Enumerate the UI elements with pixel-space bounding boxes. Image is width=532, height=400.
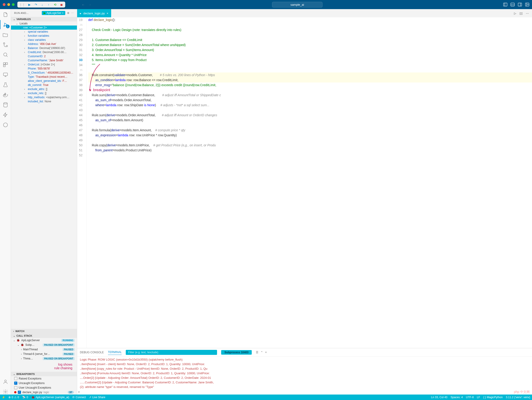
split-icon[interactable]: ▯▯ (519, 12, 523, 15)
var-allowclient[interactable]: allow_client_generated_ids: F… (11, 79, 77, 83)
var-special[interactable]: ›special variables (11, 30, 77, 34)
drag-handle-icon[interactable]: ⋮⋮ (19, 3, 25, 6)
stop-icon[interactable]: ◼ (59, 2, 63, 7)
var-row-selected[interactable]: ⌄ row: <Customer 2> (11, 25, 77, 30)
errors-warnings[interactable]: ⊗ 0 ⚠ 0 (8, 396, 19, 399)
var-customername[interactable]: CustomerName: 'Jane Smith' (11, 58, 77, 62)
breakpoints-header[interactable]: ⌄ BREAKPOINTS (11, 372, 77, 376)
continue-icon[interactable]: ▶ (27, 2, 32, 7)
code-editor[interactable]: 19 26 27 28 29 30 31 32 33 34 35 36 37 3… (77, 17, 532, 348)
process-badge[interactable]: Subprocess 10403 (221, 350, 252, 355)
minimize-window[interactable] (7, 3, 10, 6)
cs-subprocess[interactable]: ⌄ 🐞 Subp… PAUSED ON BREAKPOINT (11, 343, 77, 347)
connect-button[interactable]: ⟳ Connect (72, 396, 86, 399)
command-center[interactable]: sample_ai (272, 2, 323, 7)
close-icon[interactable]: × (265, 351, 267, 354)
maximize-window[interactable] (12, 3, 15, 6)
filter-input[interactable] (126, 350, 217, 355)
cs-thread[interactable]: ›Thread-6 (serve_for…PAUSED (11, 352, 77, 356)
tab-debug-console[interactable]: DEBUG CONSOLE (80, 350, 104, 355)
var-orderlist[interactable]: ›OrderList: [<Order 2>] (11, 62, 77, 67)
folders-icon[interactable] (3, 32, 8, 37)
cursor-position[interactable]: Ln 33, Col 43 (431, 396, 447, 399)
run-config-selector[interactable]: ▶ ApiLogicSer ▾ (42, 11, 65, 15)
ports[interactable]: 📡 0 (22, 396, 28, 399)
debug-target[interactable]: 🐞 ApiLogicServer (sample_ai) (31, 396, 69, 399)
var-includedlist[interactable]: included_list: None (11, 99, 77, 104)
thunder-icon[interactable] (3, 112, 8, 118)
customize-layout-icon[interactable] (525, 2, 529, 7)
checkbox-checked[interactable] (18, 391, 21, 394)
var-checksum[interactable]: S_CheckSum: '-491809811635040… (11, 71, 77, 75)
step-out-icon[interactable]: ↑ (47, 2, 51, 7)
var-class[interactable]: ›class variables (11, 38, 77, 42)
step-into-icon[interactable]: ↓ (40, 2, 44, 7)
panel-left-icon[interactable] (503, 2, 507, 7)
terminal-output[interactable]: Logic Phase: ROW LOGIC (session=0x10d1b3… (77, 357, 532, 389)
var-type[interactable]: Type: 'Traceback (most recent… (11, 75, 77, 79)
restart-icon[interactable]: ⟲ (53, 2, 57, 7)
liveshare-button[interactable]: ↗ Live Share (89, 396, 105, 399)
chevron-up-icon[interactable]: ⌃ (261, 351, 263, 354)
nav-forward-icon[interactable]: → (88, 3, 91, 6)
more-icon[interactable]: ⋯ (71, 12, 74, 15)
close-icon[interactable]: × (107, 12, 108, 15)
eol[interactable]: LF (477, 396, 480, 399)
panel-right-icon[interactable] (518, 2, 522, 7)
callstack-header[interactable]: ⌄ CALL STACK (11, 333, 77, 338)
bp-uncaught[interactable]: Uncaught Exceptions (11, 381, 77, 385)
cs-thread[interactable]: ›MainThreadPAUSED (11, 347, 77, 352)
remote-indicator[interactable]: ⚡ (2, 396, 5, 399)
var-exclrels[interactable]: ›exclude_rels: [] (11, 91, 77, 95)
bp-file[interactable]: declare_logic.py logic 37 (11, 390, 77, 394)
bp-user-uncaught[interactable]: User Uncaught Exceptions (11, 385, 77, 390)
var-balance[interactable]: ›Balance: Decimal('199900.00') (11, 46, 77, 50)
remote-icon[interactable] (3, 72, 8, 78)
debug-icon[interactable]: 1 (3, 22, 8, 27)
gear-icon[interactable]: ⚙ (67, 12, 69, 15)
account-icon[interactable] (3, 379, 8, 384)
run-icon[interactable]: ▷ (514, 12, 516, 15)
tab-terminal[interactable]: TERMINAL (108, 350, 122, 355)
var-dbcommit[interactable]: db_commit: True (11, 83, 77, 87)
close-window[interactable] (3, 3, 6, 6)
database-icon[interactable] (3, 102, 8, 108)
docker-icon[interactable] (3, 92, 8, 98)
var-address[interactable]: Address: '456 Oak Ave' (11, 42, 77, 46)
terminal-prompt[interactable]: > (77, 389, 532, 394)
svg-point-23 (5, 391, 6, 393)
more-icon[interactable]: ⋯ (526, 12, 529, 15)
bp-raised[interactable]: Raised Exceptions (11, 376, 77, 381)
var-creditlimit[interactable]: ›CreditLimit: Decimal('2000.00… (11, 50, 77, 54)
list-icon[interactable]: ☰ (256, 351, 258, 354)
encoding[interactable]: UTF-8 (466, 396, 474, 399)
checkbox[interactable] (14, 386, 17, 389)
var-customerid[interactable]: CustomerID: 2 (11, 54, 77, 58)
panel-bottom-icon[interactable] (511, 2, 515, 7)
checkbox-checked[interactable] (14, 382, 17, 385)
indentation[interactable]: Spaces: 4 (450, 396, 463, 399)
var-httpmethods[interactable]: ›http_methods: <sqlalchemy.orm… (11, 95, 77, 99)
source-control-icon[interactable] (3, 42, 8, 47)
var-function[interactable]: ›function variables (11, 34, 77, 38)
svg-rect-19 (5, 93, 6, 94)
python-interpreter[interactable]: 3.11.2 ('venv': venv) (506, 396, 530, 399)
explorer-icon[interactable] (3, 12, 8, 17)
testing-icon[interactable] (3, 82, 8, 87)
step-over-icon[interactable]: ↷ (34, 2, 38, 7)
cs-process[interactable]: ⌄ 🐞 ApiLogicServer RUNNING (11, 338, 77, 343)
settings-gear-icon[interactable] (3, 389, 8, 394)
watch-header[interactable]: › WATCH (11, 329, 77, 333)
checkbox[interactable] (14, 377, 17, 380)
cs-thread[interactable]: ›Threa…PAUSED ON BREAKPOINT (11, 356, 77, 361)
var-phone[interactable]: Phone: '555-5678' (11, 67, 77, 71)
locals-group[interactable]: ⌄ Locals (11, 21, 77, 25)
tab-active[interactable]: ▸ declare_logic.py × (77, 9, 111, 17)
variables-header[interactable]: ⌄ VARIABLES (11, 17, 77, 21)
extensions-icon[interactable] (3, 62, 8, 68)
nav-back-icon[interactable]: ← (82, 3, 85, 6)
github-icon[interactable] (3, 122, 8, 128)
language-mode[interactable]: { } MagicPython (483, 396, 503, 399)
var-exclattrs[interactable]: ›exclude_attrs: [] (11, 87, 77, 91)
search-icon[interactable] (3, 52, 8, 57)
